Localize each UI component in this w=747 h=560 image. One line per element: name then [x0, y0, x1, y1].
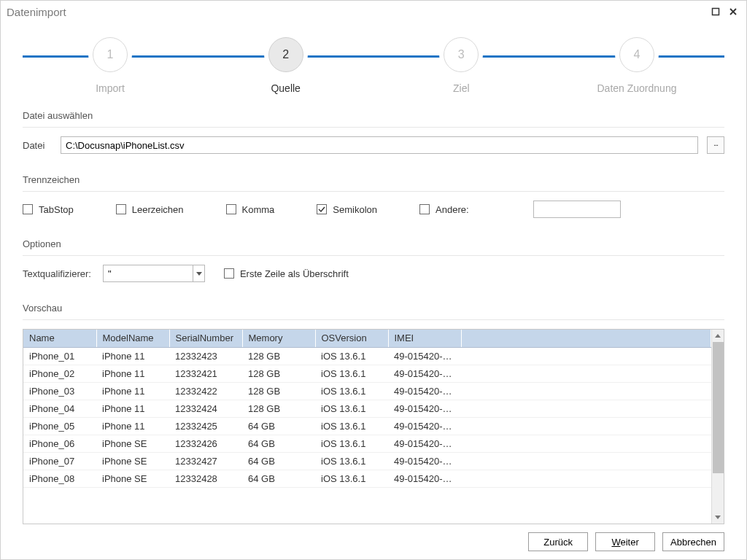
table-cell: iPhone_06: [23, 435, 96, 452]
table-row[interactable]: iPhone_04iPhone 1112332424128 GBiOS 13.6…: [23, 400, 711, 417]
maximize-icon[interactable]: [708, 4, 723, 19]
vertical-scrollbar[interactable]: [711, 330, 724, 524]
table-cell: 49-015420-3...: [388, 470, 461, 487]
step-number: 1: [93, 37, 128, 72]
mnemonic-char: W: [611, 537, 620, 548]
ellipsis-icon: ...: [713, 139, 718, 147]
table-row[interactable]: iPhone_08iPhone SE1233242864 GBiOS 13.6.…: [23, 470, 711, 487]
table-cell: 128 GB: [242, 365, 315, 382]
step-number: 3: [444, 37, 479, 72]
table-cell: 12332428: [169, 470, 242, 487]
scrollbar-thumb[interactable]: [713, 342, 724, 473]
checkbox-label: Semikolon: [333, 204, 377, 215]
checkbox-icon: [116, 204, 126, 214]
table-cell: [461, 452, 711, 470]
table-cell: 49-015420-3...: [388, 382, 461, 400]
checkbox-first-row-header[interactable]: Erste Zeile als Überschrift: [224, 268, 349, 279]
table-cell: iPhone 11: [96, 382, 169, 400]
text-qualifier-input[interactable]: [104, 265, 193, 281]
step-quelle[interactable]: 2 Quelle: [220, 37, 352, 94]
checkbox-icon: [419, 204, 430, 214]
checkbox-comma[interactable]: Komma: [226, 204, 275, 215]
svg-rect-0: [713, 9, 719, 15]
table-cell: [461, 435, 711, 452]
step-label: Daten Zuordnung: [597, 82, 676, 94]
table-cell: iPhone 11: [96, 365, 169, 382]
table-cell: iOS 13.6.1: [315, 365, 388, 382]
chevron-down-icon: [196, 272, 202, 276]
table-row[interactable]: iPhone_02iPhone 1112332421128 GBiOS 13.6…: [23, 365, 711, 382]
table-cell: 49-015420-3...: [388, 365, 461, 382]
checkbox-icon: [226, 204, 236, 214]
column-header[interactable]: SerialNumber: [169, 330, 242, 347]
checkbox-label: Erste Zeile als Überschrift: [240, 268, 349, 279]
step-ziel[interactable]: 3 Ziel: [395, 37, 527, 94]
section-preview: Vorschau: [23, 303, 724, 314]
checkbox-icon: [224, 268, 234, 279]
file-path-input[interactable]: [61, 136, 698, 154]
checkbox-label: Andere:: [436, 204, 469, 215]
checkbox-semicolon[interactable]: Semikolon: [317, 204, 377, 215]
table-cell: 49-015420-3...: [388, 347, 461, 365]
table-cell: iOS 13.6.1: [315, 470, 388, 487]
table-cell: iPhone_08: [23, 470, 96, 487]
step-import[interactable]: 1 Import: [44, 37, 176, 94]
scroll-up-icon[interactable]: [713, 330, 724, 342]
window: Datenimport 1 Import 2 Quelle 3 Ziel 4 D…: [0, 0, 747, 560]
preview-table-container: NameModelNameSerialNumberMemoryOSVersion…: [23, 329, 724, 524]
table-row[interactable]: iPhone_06iPhone SE1233242664 GBiOS 13.6.…: [23, 435, 711, 452]
table-cell: 49-015420-3...: [388, 417, 461, 435]
section-file-select: Datei auswählen: [23, 110, 724, 121]
checkbox-other[interactable]: Andere:: [419, 204, 469, 215]
column-header[interactable]: ModelName: [96, 330, 169, 347]
preview-table: NameModelNameSerialNumberMemoryOSVersion…: [23, 330, 711, 488]
preview-wrap: NameModelNameSerialNumberMemoryOSVersion…: [23, 329, 724, 524]
back-button[interactable]: Zurück: [528, 532, 588, 551]
checkbox-space[interactable]: Leerzeichen: [116, 204, 184, 215]
table-cell: iOS 13.6.1: [315, 435, 388, 452]
table-row[interactable]: iPhone_07iPhone SE1233242764 GBiOS 13.6.…: [23, 452, 711, 470]
table-cell: [461, 470, 711, 487]
table-cell: [461, 417, 711, 435]
preview-table-scroll[interactable]: NameModelNameSerialNumberMemoryOSVersion…: [23, 330, 711, 524]
table-cell: 64 GB: [242, 417, 315, 435]
table-cell: 128 GB: [242, 400, 315, 417]
delimiters-row: TabStop Leerzeichen Komma Semikolon Ande…: [23, 201, 724, 218]
next-button[interactable]: Weiter: [595, 532, 655, 551]
step-daten-zuordnung[interactable]: 4 Daten Zuordnung: [571, 37, 703, 94]
column-header[interactable]: [461, 330, 711, 347]
column-header[interactable]: Name: [23, 330, 96, 347]
column-header[interactable]: IMEI: [388, 330, 461, 347]
step-label: Ziel: [453, 82, 470, 94]
step-number: 2: [268, 37, 303, 72]
text-qualifier-combo[interactable]: [103, 265, 205, 282]
table-row[interactable]: iPhone_05iPhone 111233242564 GBiOS 13.6.…: [23, 417, 711, 435]
table-row[interactable]: iPhone_01iPhone 1112332423128 GBiOS 13.6…: [23, 347, 711, 365]
dropdown-toggle[interactable]: [193, 265, 204, 281]
close-icon[interactable]: [726, 4, 740, 19]
table-cell: iPhone_03: [23, 382, 96, 400]
table-cell: 12332422: [169, 382, 242, 400]
table-cell: iPhone_04: [23, 400, 96, 417]
table-cell: 128 GB: [242, 347, 315, 365]
table-cell: iPhone_07: [23, 452, 96, 470]
table-cell: iPhone 11: [96, 417, 169, 435]
other-delimiter-input[interactable]: [533, 201, 621, 218]
browse-button[interactable]: ...: [707, 136, 724, 154]
table-cell: 12332423: [169, 347, 242, 365]
checkbox-label: TabStop: [39, 204, 74, 215]
cancel-button[interactable]: Abbrechen: [662, 532, 724, 551]
column-header[interactable]: OSVersion: [315, 330, 388, 347]
table-row[interactable]: iPhone_03iPhone 1112332422128 GBiOS 13.6…: [23, 382, 711, 400]
table-cell: iPhone_01: [23, 347, 96, 365]
scroll-down-icon[interactable]: [713, 511, 724, 524]
step-label: Import: [96, 82, 125, 94]
table-cell: iPhone_02: [23, 365, 96, 382]
table-cell: [461, 382, 711, 400]
table-cell: [461, 347, 711, 365]
column-header[interactable]: Memory: [242, 330, 315, 347]
table-cell: 49-015420-3...: [388, 435, 461, 452]
wizard-steps: 1 Import 2 Quelle 3 Ziel 4 Daten Zuordnu…: [1, 23, 746, 103]
table-cell: iPhone 11: [96, 347, 169, 365]
checkbox-tabstop[interactable]: TabStop: [23, 204, 74, 215]
